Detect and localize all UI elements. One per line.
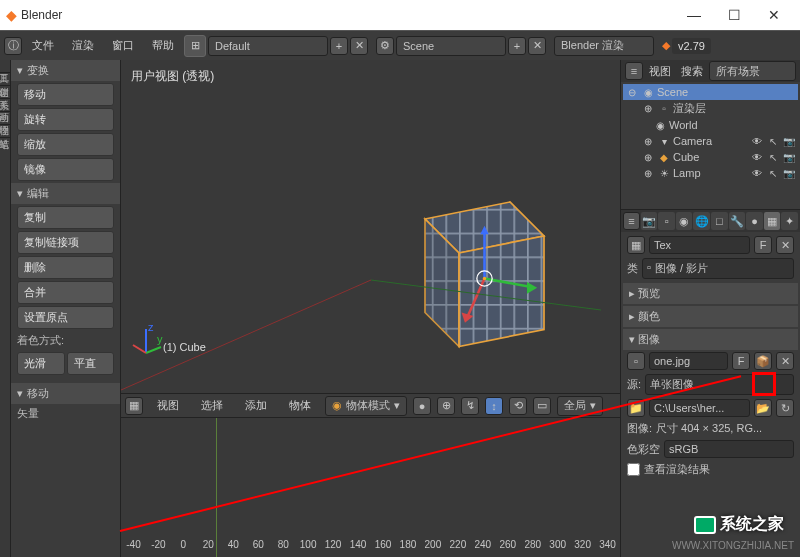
pivot-icon[interactable]: ⊕ <box>437 397 455 415</box>
layout-add-button[interactable]: + <box>330 37 348 55</box>
properties-tabs: ≡ 📷 ▫ ◉ 🌐 □ 🔧 ● ▦ ✦ <box>621 210 800 232</box>
outliner-row-camera[interactable]: ⊕▾Camera👁↖📷 <box>623 133 798 149</box>
rotate-manip-icon[interactable]: ⟲ <box>509 397 527 415</box>
outliner-menu-view[interactable]: 视图 <box>645 62 675 81</box>
close-button[interactable]: ✕ <box>754 1 794 29</box>
manipulator-icon[interactable]: ↯ <box>461 397 479 415</box>
shading-label: 着色方式: <box>11 331 120 350</box>
tab-grease-pencil[interactable]: 蜡笔 <box>0 125 10 138</box>
tab-animation[interactable]: 动画 <box>0 99 10 112</box>
editor-type-icon[interactable]: ⓘ <box>4 37 22 55</box>
scene-selector[interactable]: Scene <box>396 36 506 56</box>
texture-type-row: 类 ▫图像 / 影片 <box>623 256 798 281</box>
tab-render-icon[interactable]: 📷 <box>641 212 658 230</box>
shade-smooth-button[interactable]: 光滑 <box>17 352 65 375</box>
tab-tools[interactable]: 工具 <box>0 60 10 73</box>
texture-type-selector[interactable]: ▫图像 / 影片 <box>642 258 794 279</box>
texture-name-field[interactable]: Tex <box>649 236 750 254</box>
editor-type-3dview-icon[interactable]: ▦ <box>125 397 143 415</box>
image-file-row: ▫ one.jpg F 📦 ✕ <box>623 350 798 372</box>
maximize-button[interactable]: ☐ <box>714 1 754 29</box>
vp-menu-add[interactable]: 添加 <box>237 394 275 417</box>
fake-user-image-button[interactable]: F <box>732 352 750 370</box>
duplicate-linked-button[interactable]: 复制链接项 <box>17 231 114 254</box>
image-info-label: 图像: <box>627 421 652 436</box>
transform-panel-header[interactable]: ▾变换 <box>11 60 120 81</box>
scale-button[interactable]: 缩放 <box>17 133 114 156</box>
menu-render[interactable]: 渲染 <box>64 34 102 57</box>
colorspace-selector[interactable]: sRGB <box>664 440 794 458</box>
tab-texture-icon[interactable]: ▦ <box>764 212 781 230</box>
scene-browse-icon[interactable]: ⚙ <box>376 37 394 55</box>
tab-physics[interactable]: 物理 <box>0 112 10 125</box>
outliner-editor-icon[interactable]: ≡ <box>625 62 643 80</box>
outliner-row-scene[interactable]: ⊖◉Scene <box>623 84 798 100</box>
layout-remove-button[interactable]: ✕ <box>350 37 368 55</box>
watermark-url: WWW.XITONGZHIJIA.NET <box>672 540 794 551</box>
edit-panel-header[interactable]: ▾编辑 <box>11 183 120 204</box>
menu-window[interactable]: 窗口 <box>104 34 142 57</box>
menu-file[interactable]: 文件 <box>24 34 62 57</box>
tab-material-icon[interactable]: ● <box>746 212 763 230</box>
tab-renderlayers-icon[interactable]: ▫ <box>658 212 675 230</box>
move-operator-panel[interactable]: ▾移动 <box>11 383 120 404</box>
cube-object[interactable] <box>391 185 561 355</box>
filepath-field[interactable]: C:\Users\her... <box>649 399 750 417</box>
set-origin-button[interactable]: 设置原点 <box>17 306 114 329</box>
viewport-header: ▦ 视图 选择 添加 物体 ◉物体模式▾ ● ⊕ ↯ ↕ ⟲ ▭ 全局▾ <box>121 393 620 417</box>
translate-manip-icon[interactable]: ↕ <box>485 397 503 415</box>
blender-logo-small-icon: ◆ <box>662 39 670 52</box>
fake-user-button[interactable]: F <box>754 236 772 254</box>
view-transform-checkbox[interactable] <box>627 463 640 476</box>
filepath-browse-button[interactable]: 📂 <box>754 399 772 417</box>
outliner-row-world[interactable]: ◉World <box>623 117 798 133</box>
scene-add-button[interactable]: + <box>508 37 526 55</box>
tab-relations[interactable]: 关系 <box>0 86 10 99</box>
viewport-shading-icon[interactable]: ● <box>413 397 431 415</box>
image-unlink-button[interactable]: ✕ <box>776 352 794 370</box>
color-section[interactable]: ▸ 颜色 <box>623 306 798 327</box>
image-section[interactable]: ▾ 图像 <box>623 329 798 350</box>
layout-selector[interactable]: Default <box>208 36 328 56</box>
translate-button[interactable]: 移动 <box>17 83 114 106</box>
filepath-reload-button[interactable]: ↻ <box>776 399 794 417</box>
tab-object-icon[interactable]: □ <box>711 212 728 230</box>
join-button[interactable]: 合并 <box>17 281 114 304</box>
texture-unlink-button[interactable]: ✕ <box>776 236 794 254</box>
vp-menu-select[interactable]: 选择 <box>193 394 231 417</box>
pack-image-button[interactable]: 📦 <box>754 352 772 370</box>
outliner-row-renderlayers[interactable]: ⊕▫渲染层 <box>623 100 798 117</box>
outliner-row-cube[interactable]: ⊕◆Cube👁↖📷 <box>623 149 798 165</box>
duplicate-button[interactable]: 复制 <box>17 206 114 229</box>
vp-menu-object[interactable]: 物体 <box>281 394 319 417</box>
image-browse-icon[interactable]: ▫ <box>627 352 645 370</box>
timeline[interactable]: -40-200204060801001201401601802002202402… <box>121 417 620 557</box>
scale-manip-icon[interactable]: ▭ <box>533 397 551 415</box>
mirror-button[interactable]: 镜像 <box>17 158 114 181</box>
props-editor-icon[interactable]: ≡ <box>623 212 640 230</box>
image-name-field[interactable]: one.jpg <box>649 352 728 370</box>
preview-section[interactable]: ▸ 预览 <box>623 283 798 304</box>
layout-grid-icon[interactable]: ⊞ <box>184 35 206 57</box>
tab-world-icon[interactable]: 🌐 <box>693 212 710 230</box>
tab-scene-icon[interactable]: ◉ <box>676 212 693 230</box>
tab-particles-icon[interactable]: ✦ <box>781 212 798 230</box>
rotate-button[interactable]: 旋转 <box>17 108 114 131</box>
scene-remove-button[interactable]: ✕ <box>528 37 546 55</box>
shade-flat-button[interactable]: 平直 <box>67 352 115 375</box>
outliner-menu-search[interactable]: 搜索 <box>677 62 707 81</box>
tab-modifiers-icon[interactable]: 🔧 <box>729 212 746 230</box>
mode-selector[interactable]: ◉物体模式▾ <box>325 396 407 416</box>
timeline-cursor[interactable] <box>216 418 217 557</box>
3d-viewport[interactable]: 用户视图 (透视) <box>121 60 620 393</box>
menu-help[interactable]: 帮助 <box>144 34 182 57</box>
minimize-button[interactable]: — <box>674 1 714 29</box>
texture-browse-icon[interactable]: ▦ <box>627 236 645 254</box>
delete-button[interactable]: 删除 <box>17 256 114 279</box>
render-engine-selector[interactable]: Blender 渲染 <box>554 36 654 56</box>
tab-create[interactable]: 创建 <box>0 73 10 86</box>
outliner-row-lamp[interactable]: ⊕☀Lamp👁↖📷 <box>623 165 798 181</box>
scene-icon: ◉ <box>641 85 655 99</box>
vp-menu-view[interactable]: 视图 <box>149 394 187 417</box>
outliner-filter[interactable]: 所有场景 <box>709 61 796 81</box>
